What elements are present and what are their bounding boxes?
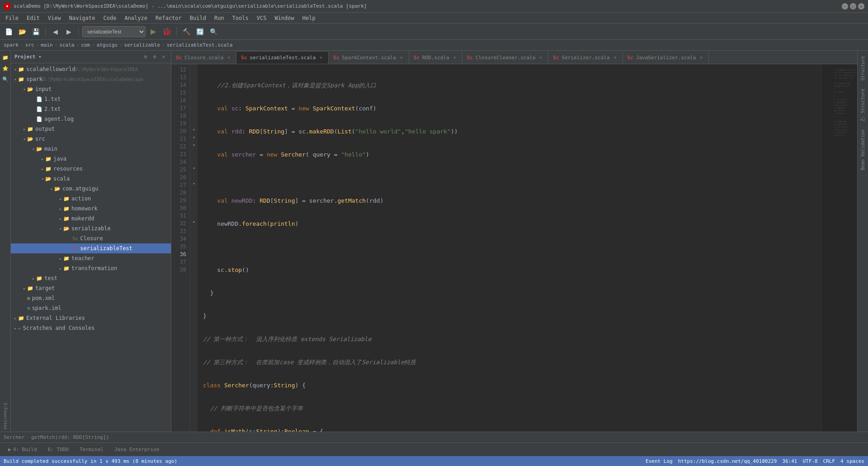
settings-button[interactable]: ⚙ — [151, 53, 158, 61]
tree-item-scalahelloworld[interactable]: ▾ 📁 scalahelloworld D:\MyWork\WorkSpaceI… — [11, 64, 171, 74]
search-button[interactable]: 🔍 — [208, 26, 219, 38]
close-panel-button[interactable]: ✕ — [160, 53, 167, 61]
tab-RDD-close[interactable]: ✕ — [452, 55, 458, 60]
bc-spark[interactable]: spark — [4, 42, 19, 48]
tree-item-agentlog[interactable]: 📄 agent.log — [11, 114, 171, 124]
structure-bottom-icon[interactable]: 2:Favorites — [0, 403, 10, 430]
gutter-32[interactable]: ▾ — [190, 218, 198, 226]
build-button[interactable]: 🔨 — [180, 26, 192, 38]
bean-validation-label[interactable]: Bean Validation — [859, 126, 866, 174]
todo-tab[interactable]: 6: TODO — [43, 446, 73, 453]
terminal-tab[interactable]: Terminal — [75, 446, 108, 453]
tree-item-test[interactable]: ▸ 📁 test — [11, 273, 171, 283]
tree-item-closure[interactable]: Sc Closure — [11, 233, 171, 243]
gutter-25[interactable]: ▾ — [190, 164, 198, 172]
event-log[interactable]: Event Log — [646, 458, 673, 464]
structure-label[interactable]: Structure — [859, 52, 866, 84]
tree-item-resources[interactable]: ▸ 📁 resources — [11, 164, 171, 174]
tab-serializableTest[interactable]: Sc serializableTest.scala ✕ — [236, 51, 329, 64]
tree-item-teacher[interactable]: ▸ 📁 teacher — [11, 253, 171, 263]
tree-item-scratches[interactable]: ▸ ✏ Scratches and Consoles — [11, 323, 171, 333]
menu-item-navigate[interactable]: Navigate — [66, 14, 99, 22]
z-structure-label[interactable]: Z: Structure — [859, 85, 866, 125]
tree-item-main[interactable]: ▾ 📂 main — [11, 144, 171, 154]
tree-item-action[interactable]: ▸ 📁 action — [11, 194, 171, 204]
menu-item-vcs[interactable]: VCS — [253, 14, 270, 22]
tree-item-sparkiml[interactable]: m spark.iml — [11, 303, 171, 313]
bc-main[interactable]: main — [41, 42, 53, 48]
tree-item-makerdd[interactable]: ▸ 📁 makerdd — [11, 214, 171, 223]
save-button[interactable]: 💾 — [30, 26, 42, 38]
line-ending[interactable]: CRLF — [823, 458, 835, 464]
code-content[interactable]: //2.创建SparkContext，该对象是提交Spark App的入口 va… — [198, 64, 821, 432]
tab-closure-close[interactable]: ✕ — [226, 55, 231, 60]
encoding[interactable]: UTF-8 — [802, 458, 817, 464]
code-editor[interactable]: 12 13 14 15 16 17 18 19 20 21 22 23 24 2… — [171, 64, 857, 432]
menu-item-analyze[interactable]: Analyze — [121, 14, 151, 22]
tab-ClosureCleaner-close[interactable]: ✕ — [538, 55, 543, 60]
footer-bc-sercher[interactable]: Sercher — [4, 434, 24, 440]
tree-item-1txt[interactable]: 📄 1.txt — [11, 94, 171, 104]
tab-RDD[interactable]: Sc RDD.scala ✕ — [409, 51, 462, 64]
url-link[interactable]: https://blog.csdn.net/qq_40180229 — [678, 458, 777, 464]
bc-com[interactable]: com — [81, 42, 90, 48]
gutter-21[interactable]: ▾ — [190, 133, 198, 141]
back-button[interactable]: ◀ — [49, 26, 61, 38]
collapse-all-button[interactable]: ⊟ — [142, 53, 149, 61]
tree-item-scala[interactable]: ▾ 📂 scala — [11, 174, 171, 184]
minimap[interactable]: //2.创建SparkContext val sc: SparkContext … — [821, 64, 857, 432]
bc-scala[interactable]: scala — [59, 42, 74, 48]
sync-button[interactable]: 🔄 — [194, 26, 206, 38]
tree-item-serializableTest[interactable]: Sc serializableTest — [11, 243, 171, 253]
tree-item-input[interactable]: ▾ 📂 input — [11, 84, 171, 94]
tree-item-target[interactable]: ▸ 📁 target — [11, 283, 171, 293]
tree-item-output[interactable]: ▸ 📁 output — [11, 124, 171, 134]
bc-src[interactable]: src — [25, 42, 34, 48]
menu-item-file[interactable]: File — [2, 14, 22, 22]
tab-Serializer-close[interactable]: ✕ — [613, 55, 618, 60]
tab-serializableTest-close[interactable]: ✕ — [318, 55, 324, 60]
maximize-button[interactable]: □ — [850, 3, 856, 10]
tab-SparkContext[interactable]: Sc SparkContext.scala ✕ — [329, 51, 409, 64]
tree-item-src[interactable]: ▾ 📂 src — [11, 134, 171, 144]
menu-item-edit[interactable]: Edit — [23, 14, 43, 22]
tab-Serializer[interactable]: Sc Serializer.scala ✕ — [548, 51, 623, 64]
tree-item-extlibs[interactable]: ▸ 📁 External Libraries — [11, 313, 171, 323]
menu-item-build[interactable]: Build — [186, 14, 210, 22]
java-enterprise-tab[interactable]: Java Enterprise — [110, 446, 164, 453]
tab-ClosureCleaner[interactable]: Sc ClosureCleaner.scala ✕ — [462, 51, 549, 64]
run-button[interactable]: ▶ — [147, 26, 159, 38]
menu-item-code[interactable]: Code — [100, 14, 120, 22]
run-config-dropdown[interactable]: serializableTest — [82, 26, 146, 37]
bc-atguigu[interactable]: atguigu — [97, 42, 118, 48]
tree-item-homework[interactable]: ▸ 📁 homework — [11, 204, 171, 214]
menu-item-tools[interactable]: Tools — [229, 14, 252, 22]
forward-button[interactable]: ▶ — [63, 26, 75, 38]
debug-button[interactable]: 🐞 — [161, 26, 173, 38]
menu-item-view[interactable]: View — [44, 14, 65, 22]
tab-closure[interactable]: Sc Closure.scala ✕ — [171, 51, 236, 64]
menu-item-help[interactable]: Help — [299, 14, 319, 22]
tab-JavaSerializer[interactable]: Sc JavaSerializer.scala ✕ — [623, 51, 709, 64]
tree-item-spark[interactable]: ▾ 📁 spark D:\MyWork\WorkSpaceIDEA\scalaD… — [11, 74, 171, 84]
gutter-27[interactable]: ▾ — [190, 180, 198, 187]
close-button[interactable]: ✕ — [858, 3, 864, 10]
minimize-button[interactable]: — — [842, 3, 848, 10]
favorites-icon[interactable]: ⭐ — [0, 63, 10, 73]
tree-item-comatguigu[interactable]: ▾ 📂 com.atguigu — [11, 184, 171, 194]
build-tab[interactable]: ▶ 4: Build — [4, 446, 42, 453]
tree-item-serializable[interactable]: ▾ 📂 serializable — [11, 223, 171, 233]
bc-serializable[interactable]: serializable — [124, 42, 160, 48]
tab-SparkContext-close[interactable]: ✕ — [399, 55, 404, 60]
tree-item-pomxml[interactable]: m pom.xml — [11, 293, 171, 303]
find-icon[interactable]: 🔍 — [0, 74, 10, 84]
project-icon[interactable]: 📁 — [0, 52, 10, 62]
gutter-22[interactable]: ▾ — [190, 141, 198, 149]
tree-item-2txt[interactable]: 📄 2.txt — [11, 104, 171, 114]
spaces[interactable]: 4 spaces — [840, 458, 864, 464]
new-file-button[interactable]: 📄 — [3, 26, 14, 38]
tree-item-transformation[interactable]: ▸ 📁 transformation — [11, 263, 171, 273]
menu-item-refactor[interactable]: Refactor — [152, 14, 185, 22]
menu-item-window[interactable]: Window — [271, 14, 297, 22]
menu-item-run[interactable]: Run — [211, 14, 228, 22]
